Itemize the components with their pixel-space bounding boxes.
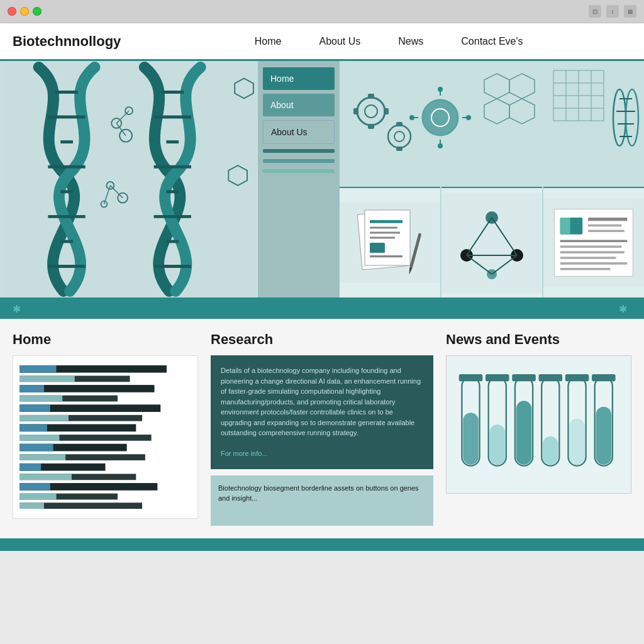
svg-point-46 xyxy=(438,87,443,92)
close-button[interactable] xyxy=(8,7,16,16)
svg-rect-71 xyxy=(370,226,397,228)
svg-rect-139 xyxy=(512,374,536,381)
svg-rect-102 xyxy=(19,365,57,373)
svg-rect-136 xyxy=(486,374,509,381)
svg-rect-95 xyxy=(560,240,628,243)
menu-separator-1 xyxy=(263,149,335,153)
nav-contact[interactable]: Contact Eve's xyxy=(461,36,523,47)
news-col-title: News and Events xyxy=(446,331,631,348)
menu-item-about-us[interactable]: About Us xyxy=(263,120,335,144)
svg-rect-94 xyxy=(588,230,625,233)
hero-card-document2 xyxy=(543,187,644,297)
site-header: Biotechnnollogy Home About Us News Conta… xyxy=(0,23,644,61)
minimize-button[interactable] xyxy=(20,7,29,16)
svg-rect-104 xyxy=(19,375,75,382)
svg-rect-147 xyxy=(596,407,611,465)
svg-rect-100 xyxy=(560,268,611,270)
svg-rect-35 xyxy=(384,108,389,114)
svg-rect-99 xyxy=(560,262,628,265)
svg-rect-38 xyxy=(396,122,402,126)
svg-rect-144 xyxy=(569,419,584,465)
browser-ctrl-3[interactable]: ⊠ xyxy=(624,5,636,18)
hero-bottom-cards xyxy=(340,187,644,297)
research-dark-link[interactable]: For more info... xyxy=(221,450,268,457)
research-dark-text: Details of a biotechnology company inclu… xyxy=(211,355,433,469)
svg-rect-97 xyxy=(560,251,625,253)
browser-controls: ⊡ ↕ ⊠ xyxy=(589,5,636,18)
svg-rect-75 xyxy=(370,255,402,257)
svg-point-47 xyxy=(438,143,443,148)
menu-separator-3 xyxy=(263,169,335,173)
svg-rect-124 xyxy=(19,474,72,480)
svg-rect-122 xyxy=(19,464,41,471)
site-logo: Biotechnnollogy xyxy=(13,33,121,50)
bar-chart xyxy=(13,355,198,519)
nav-news[interactable]: News xyxy=(398,36,423,47)
svg-rect-98 xyxy=(560,257,616,259)
menu-separator-2 xyxy=(263,159,335,163)
hero-bio-icons xyxy=(340,61,644,187)
svg-rect-114 xyxy=(19,424,47,431)
svg-rect-138 xyxy=(516,401,531,465)
menu-item-home[interactable]: Home xyxy=(263,67,335,90)
research-col-title: Research xyxy=(211,331,433,348)
svg-rect-110 xyxy=(19,404,50,412)
svg-rect-29 xyxy=(340,61,644,187)
separator-icon-right: ✱ xyxy=(619,303,631,316)
svg-rect-108 xyxy=(19,396,62,402)
footer-bar xyxy=(0,538,644,551)
svg-rect-91 xyxy=(560,218,570,235)
svg-rect-145 xyxy=(565,374,589,381)
hero-dna-area xyxy=(0,61,258,297)
content-section: Home xyxy=(0,319,644,538)
svg-rect-92 xyxy=(588,218,627,221)
svg-rect-126 xyxy=(19,483,50,491)
col-research: Research Details of a biotechnology comp… xyxy=(211,331,433,526)
svg-rect-118 xyxy=(19,444,53,452)
svg-rect-130 xyxy=(19,502,44,509)
research-light-text: Biotechnology biosegment borderline asse… xyxy=(211,475,433,526)
svg-rect-34 xyxy=(353,108,358,114)
svg-rect-112 xyxy=(19,415,69,421)
svg-point-40 xyxy=(423,100,458,135)
svg-rect-72 xyxy=(370,231,400,233)
test-tubes-area xyxy=(446,355,631,494)
hero-card-document xyxy=(340,187,440,297)
svg-rect-96 xyxy=(560,245,622,248)
svg-rect-116 xyxy=(19,435,59,441)
svg-rect-93 xyxy=(588,225,621,227)
svg-rect-70 xyxy=(370,220,402,223)
svg-rect-132 xyxy=(463,413,478,465)
svg-point-48 xyxy=(409,115,414,120)
svg-rect-74 xyxy=(370,243,385,253)
browser-ctrl-1[interactable]: ⊡ xyxy=(589,5,601,18)
svg-rect-120 xyxy=(19,454,65,460)
menu-item-about[interactable]: About xyxy=(263,94,335,116)
nav-about-us[interactable]: About Us xyxy=(319,36,360,47)
svg-rect-148 xyxy=(592,374,616,381)
separator-icon-left: ✱ xyxy=(13,303,25,316)
svg-rect-0 xyxy=(1,61,257,297)
website: Biotechnnollogy Home About Us News Conta… xyxy=(0,23,644,551)
separator-bar: ✱ ✱ xyxy=(0,300,644,319)
hero-right-panel xyxy=(340,61,644,297)
svg-point-49 xyxy=(466,115,471,120)
hero-section: Home About About Us xyxy=(0,61,644,300)
browser-chrome: ⊡ ↕ ⊠ xyxy=(0,0,644,23)
svg-rect-141 xyxy=(543,436,558,465)
svg-rect-142 xyxy=(539,374,563,381)
svg-rect-133 xyxy=(459,374,483,381)
svg-rect-32 xyxy=(368,94,374,99)
col-news: News and Events xyxy=(446,331,631,526)
svg-rect-33 xyxy=(368,124,374,129)
hero-card-network xyxy=(441,187,542,297)
maximize-button[interactable] xyxy=(33,7,42,16)
svg-rect-73 xyxy=(370,236,395,238)
hero-dropdown-menu: Home About About Us xyxy=(258,61,340,297)
browser-window-buttons xyxy=(8,7,42,16)
browser-ctrl-2[interactable]: ↕ xyxy=(606,5,619,18)
svg-rect-106 xyxy=(19,385,44,392)
site-nav: Home About Us News Contact Eve's xyxy=(146,36,631,47)
svg-rect-39 xyxy=(396,147,402,151)
nav-home[interactable]: Home xyxy=(255,36,282,47)
